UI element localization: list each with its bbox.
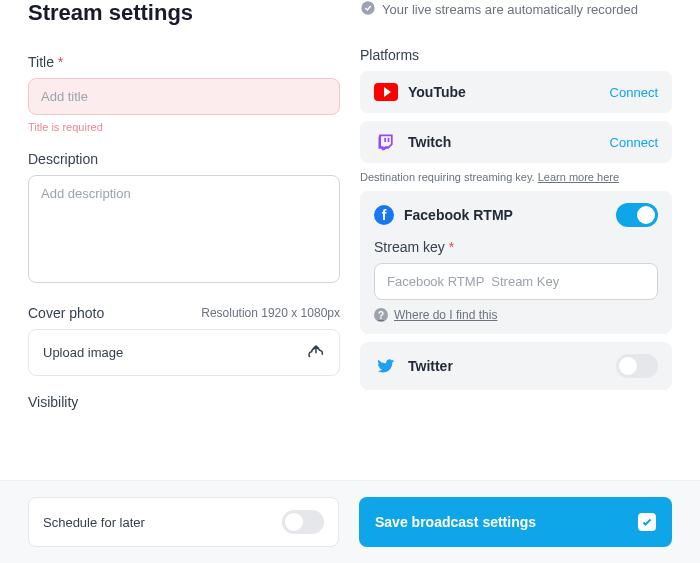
check-circle-icon: [360, 0, 376, 19]
svg-rect-1: [384, 138, 386, 142]
svg-rect-2: [388, 138, 390, 142]
title-field: Title * Title is required: [28, 54, 340, 133]
youtube-icon: [374, 83, 398, 101]
stream-key-label: Stream key *: [374, 239, 658, 255]
platform-youtube: YouTube Connect: [360, 71, 672, 113]
schedule-toggle[interactable]: [282, 510, 324, 534]
facebook-icon: f: [374, 205, 394, 225]
connect-twitch-button[interactable]: Connect: [610, 135, 658, 150]
cover-label: Cover photo: [28, 305, 104, 321]
platform-name: YouTube: [408, 84, 600, 100]
platform-name: Twitch: [408, 134, 600, 150]
twitch-icon: [374, 133, 398, 151]
visibility-field: Visibility: [28, 394, 340, 410]
twitter-toggle[interactable]: [616, 354, 658, 378]
facebook-panel: f Facebook RTMP Stream key * ? Where do …: [360, 191, 672, 334]
description-label: Description: [28, 151, 340, 167]
title-error: Title is required: [28, 121, 340, 133]
question-icon: ?: [374, 308, 388, 322]
twitter-icon: [374, 357, 398, 375]
platform-name: Facebook RTMP: [404, 207, 606, 223]
platforms-label: Platforms: [360, 47, 672, 63]
schedule-toggle-row: Schedule for later: [28, 497, 339, 547]
svg-point-0: [361, 1, 374, 14]
check-icon: [638, 513, 656, 531]
facebook-toggle[interactable]: [616, 203, 658, 227]
cover-field: Cover photo Resolution 1920 x 1080px Upl…: [28, 305, 340, 376]
required-mark: *: [58, 54, 63, 70]
footer: Schedule for later Save broadcast settin…: [0, 480, 700, 563]
stream-key-help-link[interactable]: ? Where do I find this: [374, 308, 658, 322]
platform-name: Twitter: [408, 358, 606, 374]
save-label: Save broadcast settings: [375, 514, 536, 530]
auto-record-note: Your live streams are automatically reco…: [360, 0, 672, 19]
upload-image-button[interactable]: Upload image: [28, 329, 340, 376]
title-input[interactable]: [28, 78, 340, 115]
description-field: Description: [28, 151, 340, 287]
upload-icon: [307, 342, 325, 363]
description-input[interactable]: [28, 175, 340, 283]
upload-label: Upload image: [43, 345, 123, 360]
platform-twitch: Twitch Connect: [360, 121, 672, 163]
cover-resolution: Resolution 1920 x 1080px: [201, 306, 340, 320]
platform-twitter: Twitter: [360, 342, 672, 390]
title-label: Title *: [28, 54, 340, 70]
learn-more-link[interactable]: Learn more here: [538, 171, 619, 183]
connect-youtube-button[interactable]: Connect: [610, 85, 658, 100]
destination-note: Destination requiring streaming key. Lea…: [360, 171, 672, 183]
page-title: Stream settings: [28, 0, 340, 26]
schedule-label: Schedule for later: [43, 515, 145, 530]
visibility-label: Visibility: [28, 394, 340, 410]
save-button[interactable]: Save broadcast settings: [359, 497, 672, 547]
stream-key-input[interactable]: [374, 263, 658, 300]
